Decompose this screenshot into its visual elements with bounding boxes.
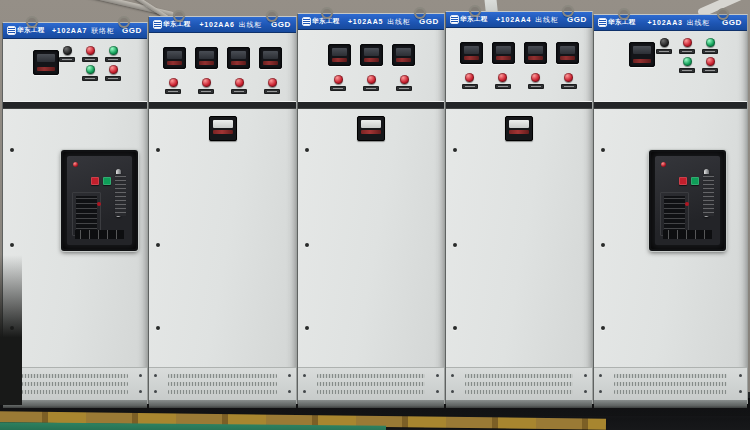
label-plate	[82, 57, 98, 62]
lamp-red-icon	[86, 46, 95, 55]
breaker-face	[67, 156, 132, 245]
meter-digits	[633, 59, 651, 63]
vent-slots	[168, 390, 277, 394]
cabinet-door	[149, 109, 296, 367]
cabinet-title: +102AA7联络柜	[48, 26, 119, 36]
lamp-grid	[656, 38, 718, 73]
switchgear-cabinet: 华东工程+102AA5出线柜GGD	[297, 13, 445, 404]
lifting-eye-icon	[717, 8, 729, 20]
vent-slots	[614, 382, 727, 386]
lamp-red-icon	[531, 73, 540, 82]
rivet-icon	[305, 326, 309, 330]
vent-slots	[317, 374, 425, 378]
lamp-red-icon	[235, 78, 244, 87]
instrument-panel	[3, 39, 147, 101]
instrument-panel	[594, 31, 747, 101]
vent-panel	[3, 367, 147, 400]
controller-digits	[213, 130, 233, 134]
lamp-row	[298, 75, 444, 91]
lamp-red-icon	[400, 75, 409, 84]
indicator-lamp-green	[82, 65, 98, 81]
cabinet-title: +102AA4出线柜	[491, 15, 564, 25]
rating-label	[701, 172, 716, 218]
rivet-icon	[601, 326, 605, 330]
vent-slots	[614, 390, 727, 394]
breaker-window	[649, 150, 726, 251]
meter-digits	[560, 56, 575, 60]
instrument-panel	[298, 30, 444, 101]
screw-icon	[139, 390, 142, 393]
meter-digits	[167, 61, 182, 65]
digital-meter	[556, 42, 579, 64]
lamp-red-icon	[683, 38, 692, 47]
rivet-icon	[10, 148, 14, 152]
controller-digits	[361, 130, 381, 134]
screw-icon	[599, 390, 602, 393]
knob-icon	[660, 38, 669, 47]
vent-slots	[465, 390, 573, 394]
cabinet-title: +102AA5出线柜	[343, 17, 416, 27]
status-led-icon	[73, 162, 78, 167]
control-knob	[656, 38, 672, 54]
cabinet-id-label: +102AA3	[647, 19, 682, 26]
meter-digits	[496, 56, 511, 60]
cabinet-type-label: 出线柜	[535, 16, 558, 23]
digital-meter	[460, 42, 483, 64]
label-plate	[105, 76, 121, 81]
corner-shadow	[0, 255, 22, 405]
indicator-lamp-red	[231, 78, 247, 94]
lamp-green-icon	[706, 38, 715, 47]
indicator-lamp-green	[679, 57, 695, 73]
screw-icon	[451, 374, 454, 377]
vent-slots	[317, 390, 425, 394]
brand-mark-icon	[8, 27, 15, 34]
label-plate	[264, 89, 280, 94]
vent-slots	[465, 382, 573, 386]
lamp-red-icon	[498, 73, 507, 82]
indicator-lamp-red	[198, 78, 214, 94]
terminal-strip	[71, 228, 128, 241]
meter-screen	[263, 51, 278, 59]
screw-icon	[599, 374, 602, 377]
plinth	[594, 400, 747, 408]
lamp-green-icon	[86, 65, 95, 74]
switchgear-cabinet: 华东工程+102AA6出线柜GGD	[148, 16, 297, 404]
switchgear-room-photo: 华东工程+102AA7联络柜GGD华东工程+102AA6出线柜GGD华东工程+1…	[0, 0, 750, 430]
screw-icon	[739, 374, 742, 377]
indicator-lamp-red	[702, 57, 718, 73]
digital-meter	[227, 47, 250, 69]
meter-screen	[396, 48, 411, 56]
plinth	[3, 400, 147, 408]
lamp-row	[82, 65, 121, 81]
label-plate	[396, 86, 412, 91]
open-button-icon	[91, 177, 99, 185]
plinth	[149, 400, 296, 408]
digital-meter	[328, 44, 351, 66]
indicator-lamp-red	[495, 73, 511, 89]
meter-digits	[464, 56, 479, 60]
panel-divider	[298, 101, 444, 109]
screw-icon	[436, 374, 439, 377]
indicator-lamp-red	[105, 65, 121, 81]
meter-row	[149, 47, 296, 69]
vent-slots	[22, 374, 129, 378]
brand-logo: 华东工程	[8, 26, 45, 35]
rivet-icon	[453, 243, 457, 247]
brand-logo: 华东工程	[451, 15, 488, 24]
indicator-lamp-red	[396, 75, 412, 91]
indicator-lamp-green	[105, 46, 121, 62]
lamp-red-icon	[706, 57, 715, 66]
door-controller	[357, 116, 385, 141]
meter-digits	[263, 61, 278, 65]
lamp-green-icon	[683, 57, 692, 66]
lamp-row	[59, 46, 121, 62]
screw-icon	[139, 374, 142, 377]
switchgear-cabinet: 华东工程+102AA4出线柜GGD	[445, 11, 593, 404]
panel-divider	[149, 101, 296, 109]
meter-row	[446, 42, 592, 64]
indicator-lamp-red	[82, 46, 98, 62]
lamp-red-icon	[202, 78, 211, 87]
meter-screen	[560, 46, 575, 54]
lamp-row	[446, 73, 592, 89]
screw-icon	[436, 390, 439, 393]
